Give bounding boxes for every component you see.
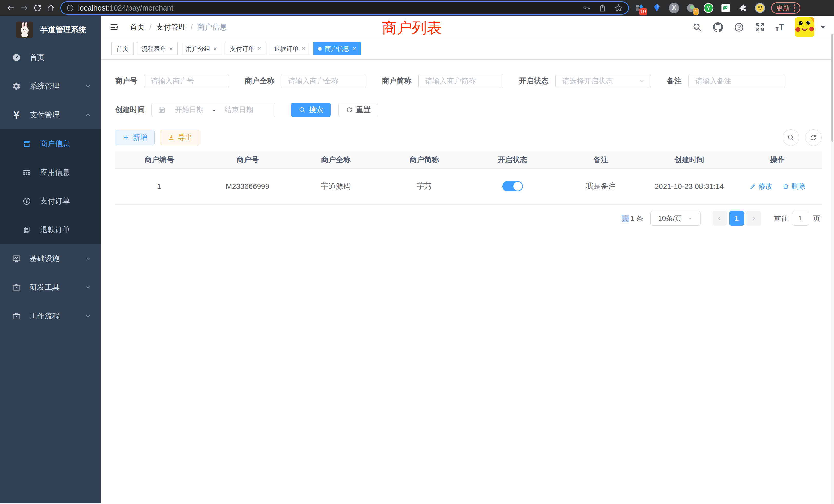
export-button[interactable]: 导出 [160, 130, 200, 145]
tab-merchant-info[interactable]: 商户信息 × [313, 42, 361, 55]
sidebar-item-dev-tools[interactable]: 研发工具 [0, 273, 101, 302]
add-button[interactable]: 新增 [115, 130, 155, 145]
next-page-button[interactable] [746, 211, 761, 226]
browser-home-button[interactable] [44, 1, 58, 15]
sidebar-item-home[interactable]: 首页 [0, 43, 101, 72]
extension-status-icon[interactable]: 1 [686, 3, 697, 13]
font-size-icon[interactable]: тT [775, 23, 784, 32]
extension-y-icon[interactable]: Y [703, 3, 714, 13]
cell-short-name: 芋艿 [380, 168, 468, 204]
close-icon[interactable]: × [169, 46, 173, 52]
merchant-no-input[interactable] [144, 74, 229, 88]
extensions-puzzle-icon[interactable] [738, 3, 748, 13]
extension-command-icon[interactable]: ⌘ [668, 3, 679, 13]
sidebar-item-infra[interactable]: 基础设施 [0, 244, 101, 273]
grid-icon [22, 168, 32, 177]
tab-pay-order[interactable]: 支付订单 × [225, 42, 266, 55]
page-size-select[interactable]: 10条/页 [651, 211, 701, 226]
cell-remark: 我是备注 [557, 168, 645, 204]
extension-kite-icon[interactable] [652, 3, 662, 13]
sidebar-item-label: 工作流程 [30, 311, 60, 321]
browser-reload-button[interactable] [31, 1, 44, 15]
delete-link[interactable]: 删除 [783, 181, 806, 191]
sidebar: 芋道管理系统 首页 系统管理 ¥ 支付管理 [0, 17, 101, 503]
bookmark-star-icon[interactable] [614, 4, 623, 12]
tab-process-form[interactable]: 流程表单 × [137, 42, 178, 55]
close-icon[interactable]: × [302, 46, 305, 52]
sidebar-item-pay-order[interactable]: 支付订单 [0, 187, 101, 215]
sidebar-item-refund-order[interactable]: 退款订单 [0, 215, 101, 244]
close-icon[interactable]: × [213, 46, 217, 52]
chevron-down-icon [85, 83, 91, 90]
field-label: 创建时间 [115, 105, 145, 115]
breadcrumb-pay[interactable]: 支付管理 [156, 22, 186, 32]
profile-avatar-icon[interactable] [755, 3, 765, 13]
refresh-table-button[interactable] [805, 129, 822, 146]
user-avatar[interactable] [795, 18, 814, 37]
extension-tasks-icon[interactable]: 10 [634, 3, 645, 13]
show-search-button[interactable] [783, 129, 799, 146]
field-status: 开启状态 请选择开启状态 [519, 74, 651, 88]
chevron-down-icon [85, 284, 91, 291]
browser-forward-button[interactable] [18, 1, 31, 15]
page-content: 商户号 商户全称 商户简称 开启状态 请选择开启状态 [101, 60, 834, 226]
chevron-right-icon [750, 215, 757, 222]
tab-refund-order[interactable]: 退款订单 × [269, 42, 310, 55]
download-icon [168, 134, 175, 141]
scrollbar-thumb[interactable] [831, 34, 833, 142]
close-icon[interactable]: × [258, 46, 261, 52]
calendar-icon [158, 106, 166, 114]
gear-icon [11, 82, 22, 91]
address-bar[interactable]: localhost:1024/pay/merchant [61, 2, 628, 14]
tab-user-group[interactable]: 用户分组 × [181, 42, 222, 55]
browser-menu-icon[interactable] [794, 4, 795, 12]
prev-page-button[interactable] [712, 211, 727, 226]
field-label: 备注 [667, 76, 682, 86]
store-icon [22, 139, 32, 148]
status-select[interactable]: 请选择开启状态 [555, 74, 651, 88]
fullscreen-icon[interactable] [755, 22, 765, 32]
trash-icon [783, 183, 789, 190]
full-name-input[interactable] [281, 74, 366, 88]
sidebar-item-pay[interactable]: ¥ 支付管理 [0, 100, 101, 129]
status-toggle[interactable] [502, 181, 523, 191]
breadcrumb-home[interactable]: 首页 [130, 22, 145, 32]
goto-page-input[interactable] [792, 211, 809, 226]
avatar-caret-icon[interactable] [821, 26, 825, 29]
reload-icon [33, 4, 42, 12]
sidebar-item-app-info[interactable]: 应用信息 [0, 158, 101, 187]
sidebar-item-system[interactable]: 系统管理 [0, 72, 101, 100]
chevron-down-icon [638, 78, 645, 85]
reset-button[interactable]: 重置 [338, 102, 378, 117]
extensions-area: 10 ⌘ 1 Y [634, 3, 765, 13]
field-label: 商户号 [115, 76, 137, 86]
github-icon[interactable] [713, 22, 723, 32]
cell-merchant-no: M233666999 [203, 168, 292, 204]
forward-icon [20, 4, 28, 12]
header-search-icon[interactable] [692, 22, 702, 32]
tags-view-bar: 首页 流程表单 × 用户分组 × 支付订单 × 退款订单 × 商户信息 × [101, 38, 834, 60]
page-number-1[interactable]: 1 [729, 211, 744, 226]
edit-link[interactable]: 修改 [749, 181, 773, 191]
app-logo[interactable]: 芋道管理系统 [0, 17, 101, 43]
extension-chat-icon[interactable] [720, 3, 731, 13]
close-icon[interactable]: × [353, 46, 356, 52]
share-icon[interactable] [598, 4, 607, 12]
help-icon[interactable] [734, 22, 744, 32]
document-icon [22, 226, 32, 234]
search-button[interactable]: 搜索 [291, 102, 331, 117]
create-time-range-picker[interactable]: 开始日期 - 结束日期 [152, 102, 275, 117]
pay-circle-icon [22, 197, 32, 206]
sidebar-fold-icon[interactable] [109, 23, 118, 32]
tab-home[interactable]: 首页 [111, 42, 133, 55]
remark-input[interactable] [688, 74, 785, 88]
site-info-icon[interactable] [66, 4, 74, 12]
browser-update-button[interactable]: 更新 [771, 2, 800, 14]
sidebar-item-merchant-info[interactable]: 商户信息 [0, 129, 101, 158]
browser-back-button[interactable] [4, 1, 18, 15]
short-name-input[interactable] [418, 74, 503, 88]
page-scrollbar[interactable] [831, 33, 834, 504]
password-key-icon[interactable] [583, 4, 591, 12]
search-filter-form: 商户号 商户全称 商户简称 开启状态 请选择开启状态 [115, 74, 822, 117]
sidebar-item-workflow[interactable]: 工作流程 [0, 302, 101, 330]
